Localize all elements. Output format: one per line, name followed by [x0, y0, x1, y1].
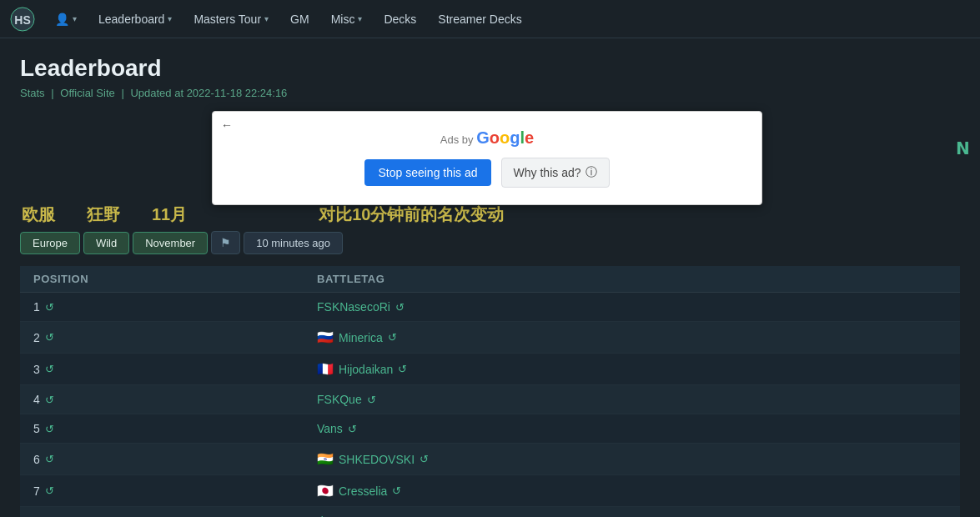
cn-change-label: 对比10分钟前的名次变动: [319, 203, 504, 226]
user-icon: 👤: [55, 13, 69, 26]
ad-buttons: Stop seeing this ad Why this ad? ⓘ: [238, 158, 736, 188]
info-icon: ⓘ: [585, 165, 597, 180]
position-number: 3: [33, 363, 40, 376]
position-number: 1: [33, 300, 40, 314]
flag-icon: 🇮🇳: [317, 451, 334, 467]
refresh-icon[interactable]: ↺: [45, 453, 54, 465]
battletag-name[interactable]: SHKEDOVSKI: [339, 453, 415, 466]
battletag-name[interactable]: Minerica: [339, 331, 383, 344]
position-number: 7: [33, 484, 40, 498]
svg-text:HS: HS: [14, 13, 30, 27]
battletag-refresh-icon[interactable]: ↺: [398, 363, 407, 375]
position-cell: 1↺: [20, 293, 304, 322]
stats-link[interactable]: Stats: [20, 87, 45, 99]
cn-month-label: 11月: [152, 203, 187, 226]
position-cell: 4↺: [20, 385, 304, 414]
google-logo: Google: [476, 128, 534, 147]
battletag-name[interactable]: FSKNasecoRi: [317, 300, 390, 314]
battletag-name[interactable]: Cresselia: [339, 484, 387, 498]
battletag-cell: FSKNasecoRi ↺: [304, 293, 960, 322]
nav-bar: HS 👤 ▾ Leaderboard ▾ Masters Tour ▾ GM M…: [0, 0, 980, 38]
leaderboard-table: Position Battletag 1↺FSKNasecoRi ↺2↺🇷🇺Mi…: [20, 266, 960, 517]
user-menu[interactable]: 👤 ▾: [47, 8, 85, 31]
table-row: 6↺🇮🇳SHKEDOVSKI ↺: [20, 444, 960, 475]
col-battletag: Battletag: [304, 266, 960, 293]
col-position: Position: [20, 266, 304, 293]
time-filter-btn[interactable]: 10 minutes ago: [244, 232, 343, 254]
battletag-name[interactable]: Vans: [317, 422, 343, 435]
leaderboard-chevron: ▾: [168, 14, 172, 23]
battletag-cell: 🇯🇵Cresselia ↺: [304, 475, 960, 507]
nav-item-gm[interactable]: GM: [282, 8, 318, 31]
table-body: 1↺FSKNasecoRi ↺2↺🇷🇺Minerica ↺3↺🇫🇷Hijodai…: [20, 293, 960, 518]
nav-item-misc[interactable]: Misc ▾: [323, 8, 371, 31]
battletag-cell: FSKQue ↺: [304, 385, 960, 414]
flag-icon: 🇷🇺: [317, 329, 334, 345]
ad-overlay: ← Ads by Google Stop seeing this ad Why …: [212, 111, 762, 205]
flag-filter-icon: ⚑: [220, 236, 231, 249]
battletag-refresh-icon[interactable]: ↺: [420, 453, 429, 465]
battletag-cell: dayar ↺: [304, 507, 960, 518]
month-tab[interactable]: November: [133, 232, 208, 254]
region-tab[interactable]: Europe: [20, 232, 80, 254]
flag-icon: 🇫🇷: [317, 361, 334, 377]
table-row: 1↺FSKNasecoRi ↺: [20, 293, 960, 322]
battletag-refresh-icon[interactable]: ↺: [367, 394, 376, 406]
refresh-icon[interactable]: ↺: [45, 423, 54, 435]
position-cell: 5↺: [20, 414, 304, 444]
updated-time: Updated at 2022-11-18 22:24:16: [130, 87, 287, 99]
site-logo[interactable]: HS: [10, 7, 35, 32]
flag-icon: 🇯🇵: [317, 483, 334, 499]
refresh-icon[interactable]: ↺: [45, 301, 54, 314]
official-site-link[interactable]: Official Site: [60, 87, 115, 99]
n-watermark-icon: 𝗡: [956, 138, 970, 158]
cn-region-label: 欧服: [22, 203, 55, 226]
page-title: Leaderboard: [20, 55, 960, 82]
nav-item-leaderboard[interactable]: Leaderboard ▾: [90, 8, 180, 31]
battletag-refresh-icon[interactable]: ↺: [348, 423, 357, 435]
misc-chevron: ▾: [358, 14, 362, 23]
cn-mode-label: 狂野: [87, 203, 120, 226]
position-cell: 3↺: [20, 354, 304, 385]
user-chevron: ▾: [73, 14, 77, 23]
refresh-icon[interactable]: ↺: [45, 484, 54, 497]
masters-tour-chevron: ▾: [264, 14, 269, 23]
battletag-cell: 🇮🇳SHKEDOVSKI ↺: [304, 444, 960, 475]
why-this-ad-button[interactable]: Why this ad? ⓘ: [501, 158, 610, 188]
battletag-cell: 🇫🇷Hijodaikan ↺: [304, 354, 960, 385]
nav-item-streamer-decks[interactable]: Streamer Decks: [430, 8, 530, 31]
flag-filter-btn[interactable]: ⚑: [211, 231, 240, 254]
stop-seeing-ad-button[interactable]: Stop seeing this ad: [364, 159, 490, 186]
refresh-icon[interactable]: ↺: [45, 394, 54, 406]
refresh-icon[interactable]: ↺: [45, 363, 54, 375]
mode-tab[interactable]: Wild: [83, 232, 129, 254]
position-cell: 7↺: [20, 475, 304, 507]
battletag-cell: 🇷🇺Minerica ↺: [304, 322, 960, 354]
table-row: 5↺Vans ↺: [20, 414, 960, 444]
position-number: 2: [33, 331, 40, 344]
filter-labels-row: 欧服 狂野 11月 对比10分钟前的名次变动: [20, 203, 960, 226]
table-row: 7↺🇯🇵Cresselia ↺: [20, 475, 960, 507]
position-number: 5: [33, 422, 40, 435]
battletag-refresh-icon[interactable]: ↺: [388, 331, 397, 344]
page-subtitle: Stats | Official Site | Updated at 2022-…: [20, 87, 960, 99]
nav-item-masters-tour[interactable]: Masters Tour ▾: [185, 8, 277, 31]
battletag-name[interactable]: FSKQue: [317, 393, 362, 406]
ad-back-arrow[interactable]: ←: [221, 118, 233, 132]
filter-tabs: Europe Wild November ⚑ 10 minutes ago: [20, 231, 960, 254]
battletag-refresh-icon[interactable]: ↺: [395, 301, 405, 314]
position-cell: 8↺: [20, 507, 304, 518]
table-row: 8↺dayar ↺: [20, 507, 960, 518]
position-number: 6: [33, 453, 40, 466]
battletag-refresh-icon[interactable]: ↺: [392, 484, 401, 497]
battletag-name[interactable]: Hijodaikan: [339, 363, 393, 376]
position-number: 4: [33, 393, 40, 406]
position-cell: 6↺: [20, 444, 304, 475]
nav-item-decks[interactable]: Decks: [375, 8, 425, 31]
table-row: 2↺🇷🇺Minerica ↺: [20, 322, 960, 354]
battletag-cell: Vans ↺: [304, 414, 960, 444]
table-row: 3↺🇫🇷Hijodaikan ↺: [20, 354, 960, 385]
position-cell: 2↺: [20, 322, 304, 354]
refresh-icon[interactable]: ↺: [45, 331, 54, 344]
ad-by-google-text: Ads by Google: [238, 128, 736, 148]
